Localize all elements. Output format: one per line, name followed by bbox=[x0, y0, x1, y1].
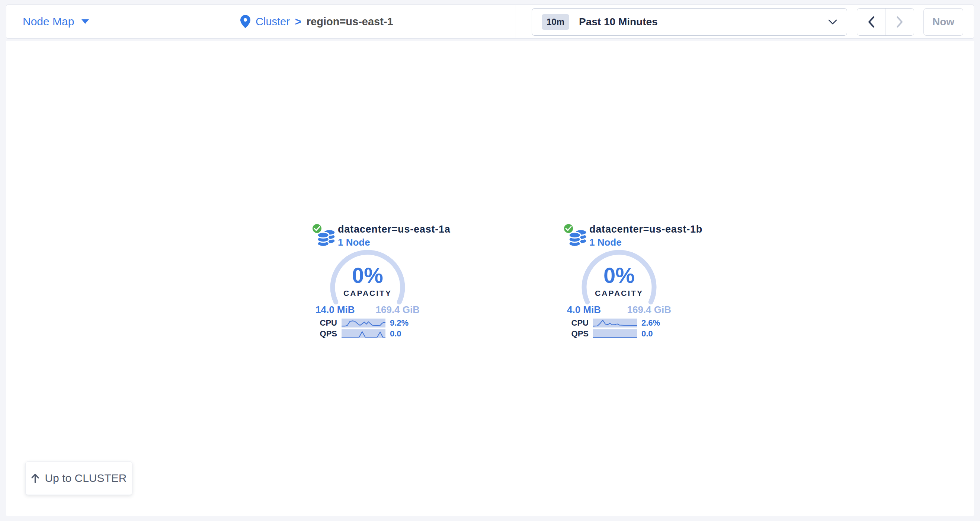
capacity-percent: 0% bbox=[580, 264, 658, 286]
datacenter-node-count: 1 Node bbox=[338, 237, 450, 248]
cpu-sparkline bbox=[342, 319, 385, 328]
qps-value: 0.0 bbox=[390, 329, 422, 339]
location-pin-icon bbox=[240, 15, 250, 28]
capacity-total: 169.4 GiB bbox=[627, 304, 671, 315]
metric-rows: CPU 2.6% QPS 0.0 bbox=[563, 318, 675, 338]
chevron-down-icon bbox=[828, 19, 837, 25]
caret-down-icon bbox=[81, 19, 89, 24]
datacenter-header: datacenter=us-east-1a 1 Node bbox=[312, 217, 423, 248]
datacenter-title: datacenter=us-east-1a bbox=[338, 224, 450, 235]
view-selector-label: Node Map bbox=[23, 15, 74, 28]
datacenter-node-count: 1 Node bbox=[589, 237, 702, 248]
cpu-metric-row: CPU 2.6% bbox=[563, 318, 675, 327]
check-circle-icon bbox=[563, 223, 574, 234]
datacenter-icon-wrap bbox=[563, 223, 589, 247]
datacenter-card-us-east-1a[interactable]: datacenter=us-east-1a 1 Node 0% CAPACITY… bbox=[312, 217, 423, 340]
capacity-gauge: 0% CAPACITY bbox=[329, 249, 407, 306]
breadcrumb-cluster-link[interactable]: Cluster bbox=[256, 16, 290, 28]
time-range-dropdown[interactable]: 10m Past 10 Minutes bbox=[532, 8, 847, 36]
cpu-label: CPU bbox=[313, 318, 337, 328]
capacity-label: CAPACITY bbox=[580, 289, 658, 297]
capacity-values: 4.0 MiB 169.4 GiB bbox=[567, 304, 671, 315]
breadcrumb-separator: > bbox=[295, 16, 301, 28]
up-to-cluster-label: Up to CLUSTER bbox=[45, 472, 127, 484]
datacenter-header: datacenter=us-east-1b 1 Node bbox=[563, 217, 675, 248]
qps-sparkline bbox=[342, 329, 385, 338]
qps-label: QPS bbox=[565, 329, 589, 339]
capacity-used: 4.0 MiB bbox=[567, 304, 601, 315]
datacenter-titles: datacenter=us-east-1a 1 Node bbox=[338, 223, 450, 248]
datacenter-titles: datacenter=us-east-1b 1 Node bbox=[589, 223, 702, 248]
cpu-sparkline bbox=[593, 319, 637, 328]
capacity-values: 14.0 MiB 169.4 GiB bbox=[315, 304, 420, 315]
breadcrumb-current: region=us-east-1 bbox=[307, 16, 393, 28]
capacity-label: CAPACITY bbox=[329, 289, 407, 297]
cpu-value: 2.6% bbox=[641, 318, 673, 328]
metric-rows: CPU 9.2% QPS 0.0 bbox=[312, 318, 423, 338]
capacity-gauge: 0% CAPACITY bbox=[580, 249, 658, 306]
datacenter-title: datacenter=us-east-1b bbox=[589, 224, 702, 235]
capacity-used: 14.0 MiB bbox=[315, 304, 355, 315]
cpu-value: 9.2% bbox=[390, 318, 422, 328]
capacity-total: 169.4 GiB bbox=[375, 304, 420, 315]
datacenter-icon-wrap bbox=[312, 223, 338, 247]
top-toolbar: Node Map Cluster > region=us-east-1 10m … bbox=[6, 5, 974, 39]
qps-metric-row: QPS 0.0 bbox=[563, 329, 675, 338]
node-map-canvas: datacenter=us-east-1a 1 Node 0% CAPACITY… bbox=[6, 41, 974, 516]
check-circle-icon bbox=[312, 223, 322, 234]
qps-label: QPS bbox=[313, 329, 337, 339]
time-prev-button[interactable] bbox=[857, 8, 886, 35]
time-range-badge: 10m bbox=[542, 14, 569, 30]
breadcrumb: Cluster > region=us-east-1 bbox=[240, 5, 393, 38]
up-to-cluster-button[interactable]: Up to CLUSTER bbox=[25, 462, 132, 495]
qps-metric-row: QPS 0.0 bbox=[312, 329, 423, 338]
cpu-metric-row: CPU 9.2% bbox=[312, 318, 423, 327]
datacenter-card-us-east-1b[interactable]: datacenter=us-east-1b 1 Node 0% CAPACITY… bbox=[563, 217, 675, 340]
now-button[interactable]: Now bbox=[923, 8, 963, 36]
time-nav-group bbox=[857, 8, 914, 36]
cpu-label: CPU bbox=[565, 318, 589, 328]
time-next-button[interactable] bbox=[886, 8, 914, 35]
toolbar-divider bbox=[515, 5, 516, 38]
view-selector[interactable]: Node Map bbox=[23, 5, 89, 38]
capacity-percent: 0% bbox=[329, 264, 407, 286]
time-range-label: Past 10 Minutes bbox=[579, 16, 658, 28]
qps-value: 0.0 bbox=[641, 329, 673, 339]
qps-sparkline bbox=[593, 329, 637, 338]
chevron-right-icon bbox=[896, 16, 904, 28]
chevron-left-icon bbox=[868, 16, 875, 28]
arrow-up-icon bbox=[31, 473, 40, 483]
